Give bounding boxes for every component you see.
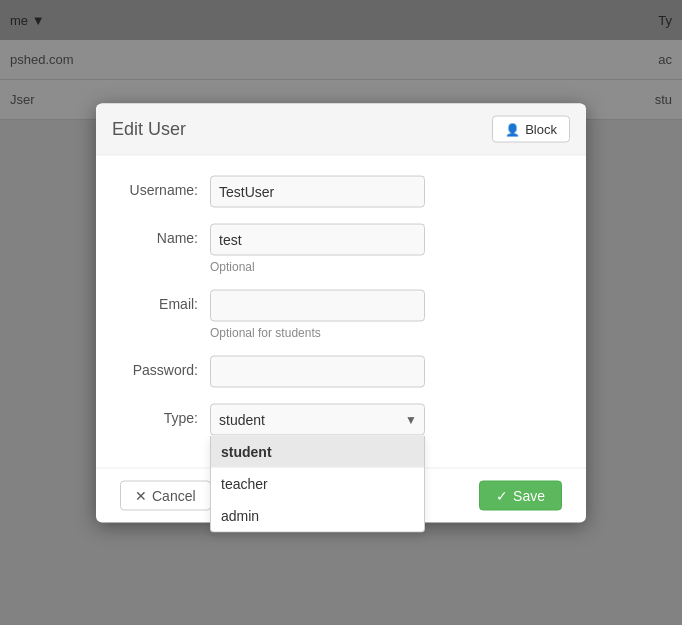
user-icon bbox=[505, 121, 520, 136]
type-label: Type: bbox=[120, 403, 210, 425]
name-label: Name: bbox=[120, 223, 210, 245]
username-control-wrap bbox=[210, 175, 562, 207]
edit-user-modal: Edit User Block Username: Name: Optional… bbox=[96, 103, 586, 522]
email-hint: Optional for students bbox=[210, 325, 562, 339]
x-icon bbox=[135, 487, 147, 503]
cancel-button-label: Cancel bbox=[152, 487, 196, 503]
save-button-label: Save bbox=[513, 487, 545, 503]
username-input[interactable] bbox=[210, 175, 425, 207]
email-control-wrap: Optional for students bbox=[210, 289, 562, 339]
email-field-group: Email: Optional for students bbox=[120, 289, 562, 339]
name-input[interactable] bbox=[210, 223, 425, 255]
name-hint: Optional bbox=[210, 259, 562, 273]
name-control-wrap: Optional bbox=[210, 223, 562, 273]
modal-header: Edit User Block bbox=[96, 103, 586, 155]
password-control-wrap bbox=[210, 355, 562, 387]
cancel-button[interactable]: Cancel bbox=[120, 480, 211, 510]
check-icon bbox=[496, 487, 508, 503]
username-label: Username: bbox=[120, 175, 210, 197]
type-control-wrap: student teacher admin ▼ student teacher … bbox=[210, 403, 562, 435]
name-field-group: Name: Optional bbox=[120, 223, 562, 273]
type-dropdown-list: student teacher admin bbox=[210, 435, 425, 532]
type-select-wrap: student teacher admin ▼ student teacher … bbox=[210, 403, 425, 435]
modal-body: Username: Name: Optional Email: Optional… bbox=[96, 155, 586, 467]
dropdown-item-teacher[interactable]: teacher bbox=[211, 467, 424, 499]
dropdown-item-student[interactable]: student bbox=[211, 435, 424, 467]
modal-title: Edit User bbox=[112, 118, 186, 139]
password-input[interactable] bbox=[210, 355, 425, 387]
block-button[interactable]: Block bbox=[492, 115, 570, 142]
password-label: Password: bbox=[120, 355, 210, 377]
email-input[interactable] bbox=[210, 289, 425, 321]
type-field-group: Type: student teacher admin ▼ student te… bbox=[120, 403, 562, 435]
block-button-label: Block bbox=[525, 121, 557, 136]
dropdown-item-admin[interactable]: admin bbox=[211, 499, 424, 531]
email-label: Email: bbox=[120, 289, 210, 311]
save-button[interactable]: Save bbox=[479, 480, 562, 510]
username-field-group: Username: bbox=[120, 175, 562, 207]
type-select[interactable]: student teacher admin bbox=[210, 403, 425, 435]
password-field-group: Password: bbox=[120, 355, 562, 387]
